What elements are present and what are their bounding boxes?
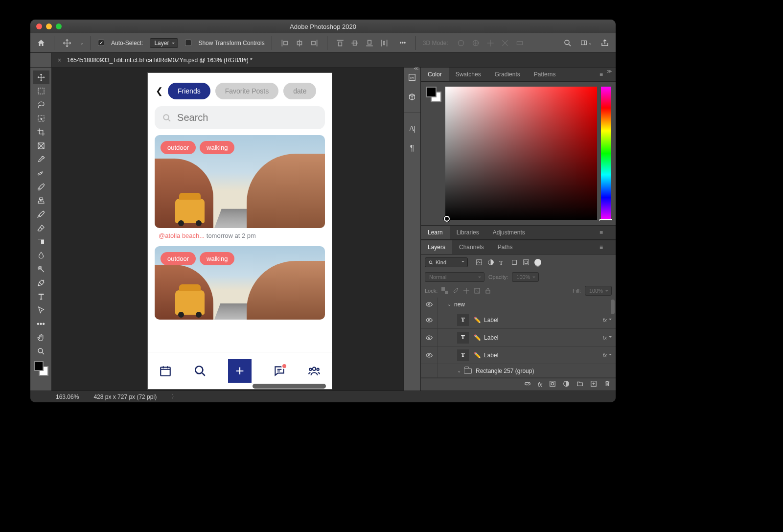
search-icon[interactable] (562, 37, 574, 49)
color-cursor[interactable] (444, 216, 450, 222)
tab-adjustments[interactable]: Adjustments (486, 226, 532, 239)
panel-menu-icon[interactable]: ≡ (599, 244, 606, 251)
visibility-toggle[interactable] (421, 298, 438, 311)
layer-scrollbar[interactable] (611, 300, 615, 314)
type-tool[interactable] (33, 290, 49, 303)
layer-filter-kind-dropdown[interactable]: Kind (425, 257, 468, 267)
tab-libraries[interactable]: Libraries (450, 226, 486, 239)
zoom-tool[interactable] (33, 345, 49, 358)
fx-indicator[interactable]: fx (602, 317, 612, 323)
panel-icon-3d[interactable] (406, 91, 418, 103)
collapse-panels-icon[interactable]: ≫ (607, 69, 612, 74)
disclosure-triangle[interactable]: ⌄ (457, 368, 461, 373)
opacity-input[interactable]: 100% (512, 272, 539, 282)
tab-paths[interactable]: Paths (491, 240, 520, 254)
more-align-icon[interactable]: ••• (397, 37, 409, 49)
traffic-light-zoom[interactable] (56, 23, 62, 29)
eyedropper-tool[interactable] (33, 153, 49, 166)
delete-layer-icon[interactable] (604, 380, 611, 389)
history-brush-tool[interactable] (33, 208, 49, 221)
filter-smart-icon[interactable] (523, 259, 530, 266)
layer-mask-icon[interactable] (549, 380, 556, 389)
edit-toolbar[interactable]: ••• (33, 317, 49, 331)
align-bottom-icon[interactable] (364, 37, 375, 49)
hue-cursor[interactable] (599, 219, 612, 221)
layer-group-row[interactable]: ⌄ new (421, 298, 616, 311)
align-right-icon[interactable] (308, 37, 320, 49)
layer-group-row[interactable]: ⌄ Rectangle 257 (group) (421, 364, 616, 378)
auto-select-target-dropdown[interactable]: Layer (150, 38, 178, 48)
doc-info[interactable]: 428 px x 727 px (72 ppi) (93, 393, 157, 400)
disclosure-triangle[interactable]: ⌄ (447, 301, 451, 307)
color-swatches[interactable] (34, 361, 48, 376)
lock-all-icon[interactable] (484, 287, 491, 294)
healing-brush-tool[interactable] (33, 166, 49, 180)
filter-adjustment-icon[interactable] (487, 259, 494, 266)
status-arrow-icon[interactable]: 〉 (171, 393, 177, 401)
pen-tool[interactable] (33, 276, 49, 290)
workspace-switcher-icon[interactable]: ⌄ (580, 37, 592, 49)
tab-learn[interactable]: Learn (421, 226, 450, 239)
share-icon[interactable] (599, 37, 611, 49)
lasso-tool[interactable] (33, 98, 49, 112)
canvas-area[interactable]: ❮ Friends Favorite Posts date outdoor wa (52, 68, 403, 391)
path-selection-tool[interactable] (33, 303, 49, 317)
distribute-h-icon[interactable] (378, 37, 390, 49)
fx-indicator[interactable]: fx (602, 352, 612, 358)
tool-variant-indicator[interactable]: ⌄ (80, 40, 84, 46)
align-h-center-icon[interactable] (294, 37, 305, 49)
filter-pixel-icon[interactable] (476, 259, 483, 266)
layer-row[interactable]: T ✏️ Label fx (421, 311, 616, 329)
tab-color[interactable]: Color (421, 68, 449, 81)
tab-channels[interactable]: Channels (452, 240, 491, 254)
document-tab[interactable]: × 1654518080933_TdiEmLcLbFcaTi0RdM0ZYn.p… (52, 53, 258, 67)
align-left-icon[interactable] (279, 37, 291, 49)
auto-select-checkbox[interactable] (98, 40, 104, 46)
fx-indicator[interactable]: fx (602, 335, 612, 341)
link-layers-icon[interactable] (524, 380, 531, 389)
lock-pixels-icon[interactable] (452, 287, 459, 294)
move-tool-icon[interactable] (61, 37, 73, 49)
character-panel-icon[interactable]: A| (406, 123, 418, 135)
blend-mode-dropdown[interactable]: Normal (425, 272, 484, 282)
blur-tool[interactable] (33, 249, 49, 262)
marquee-tool[interactable] (33, 84, 49, 98)
filter-shape-icon[interactable] (511, 259, 518, 266)
hue-slider[interactable] (601, 87, 611, 220)
move-tool[interactable] (33, 70, 49, 84)
crop-tool[interactable] (33, 125, 49, 139)
lock-transparency-icon[interactable] (441, 287, 448, 294)
new-group-icon[interactable] (576, 380, 583, 389)
visibility-toggle[interactable] (421, 364, 438, 377)
eraser-tool[interactable] (33, 221, 49, 235)
traffic-light-minimize[interactable] (46, 23, 52, 29)
visibility-toggle[interactable] (421, 311, 438, 328)
filter-type-icon[interactable]: T (499, 259, 506, 266)
dodge-tool[interactable] (33, 262, 49, 276)
visibility-toggle[interactable] (421, 329, 438, 346)
frame-tool[interactable] (33, 139, 49, 153)
adjustment-layer-icon[interactable] (563, 380, 570, 389)
tab-patterns[interactable]: Patterns (527, 68, 563, 81)
clone-stamp-tool[interactable] (33, 194, 49, 208)
home-button[interactable] (35, 37, 47, 49)
panel-icon-85[interactable]: 85 (406, 71, 418, 83)
layer-row[interactable]: T ✏️ Label fx (421, 329, 616, 347)
foreground-color-swatch[interactable] (34, 361, 44, 371)
fill-input[interactable]: 100% (585, 286, 612, 296)
show-transform-checkbox[interactable] (185, 40, 191, 46)
fg-bg-swatches[interactable] (426, 87, 441, 102)
close-tab-icon[interactable]: × (58, 57, 61, 64)
object-selection-tool[interactable] (33, 112, 49, 125)
visibility-toggle[interactable] (421, 347, 438, 364)
zoom-level[interactable]: 163.06% (56, 393, 79, 400)
align-top-icon[interactable] (334, 37, 346, 49)
expand-dock-icon[interactable]: ≪ (414, 66, 418, 71)
lock-position-icon[interactable] (463, 287, 470, 294)
tab-gradients[interactable]: Gradients (488, 68, 527, 81)
brush-tool[interactable] (33, 180, 49, 194)
align-v-center-icon[interactable] (349, 37, 361, 49)
filter-toggle-switch[interactable] (534, 259, 541, 266)
traffic-light-close[interactable] (36, 23, 42, 29)
layer-row[interactable]: T ✏️ Label fx (421, 347, 616, 364)
